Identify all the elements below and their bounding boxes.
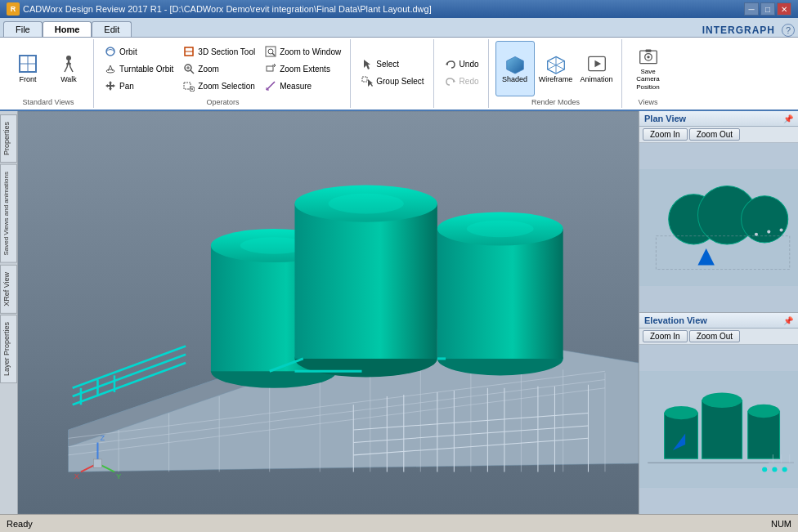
shaded-button[interactable]: Shaded [495, 41, 535, 96]
walk-button[interactable]: Walk [49, 41, 88, 96]
maximize-button[interactable]: □ [760, 2, 775, 16]
group-render-modes-content: Shaded Wireframe [495, 41, 616, 96]
undo-button[interactable]: Undo [441, 56, 483, 73]
ribbon-tabs: File Home Edit INTERGRAPH ? [0, 18, 798, 38]
svg-rect-30 [645, 49, 651, 51]
front-button[interactable]: Front [8, 41, 47, 96]
tab-home[interactable]: Home [43, 21, 92, 37]
tab-file[interactable]: File [3, 21, 43, 37]
svg-line-18 [272, 53, 275, 56]
help-icon[interactable]: ? [782, 24, 795, 37]
measure-button[interactable]: Measure [261, 78, 345, 94]
elevation-zoom-in-button[interactable]: Zoom In [643, 330, 688, 342]
sidebar-tab-xref[interactable]: XRef View [0, 265, 17, 314]
svg-point-103 [702, 393, 742, 408]
svg-point-112 [772, 467, 777, 472]
elevation-view-title: Elevation View [644, 315, 707, 325]
select-col: Select Group Select [357, 56, 428, 90]
elevation-view-toolbar: Zoom In Zoom Out [639, 329, 798, 345]
group-select-button[interactable]: Group Select [357, 74, 428, 90]
wireframe-button[interactable]: Wireframe [536, 41, 576, 96]
elevation-zoom-out-button[interactable]: Zoom Out [689, 330, 740, 342]
operators-col1: Orbit Turntable Orbit Pan [101, 43, 177, 94]
svg-point-31 [647, 56, 649, 58]
close-button[interactable]: ✕ [777, 2, 791, 16]
left-sidebar: Properties Saved Views and animations XR… [0, 111, 18, 514]
select-button[interactable]: Select [357, 56, 428, 73]
status-text: Ready [7, 519, 33, 529]
pan-icon [105, 80, 116, 92]
svg-text:Z: Z [101, 434, 105, 442]
svg-rect-104 [748, 411, 780, 458]
group-operators-label: Operators [207, 98, 240, 106]
orbit-icon [105, 46, 116, 57]
svg-point-93 [742, 196, 788, 243]
undo-redo-col: Undo Redo [441, 56, 483, 90]
undo-icon [445, 59, 456, 70]
svg-rect-60 [294, 203, 437, 359]
svg-text:X: X [74, 472, 79, 481]
plan-zoom-in-button[interactable]: Zoom In [643, 128, 688, 141]
zoom-extents-button[interactable]: Zoom Extents [261, 60, 345, 77]
3d-section-tool-button[interactable]: 3D Section Tool [179, 43, 259, 60]
redo-button[interactable]: Redo [441, 74, 483, 90]
elevation-view-header: Elevation View 📌 [639, 313, 798, 329]
title-bar: R CADWorx Design Review 2017 R1 - [D:\CA… [0, 0, 798, 18]
orbit-button[interactable]: Orbit [101, 43, 177, 60]
intergraph-logo: INTERGRAPH [702, 25, 775, 36]
3d-viewport[interactable]: X Y Z [18, 111, 639, 514]
elevation-view-canvas[interactable] [639, 345, 798, 514]
elevation-view-svg [639, 345, 798, 514]
elevation-view-pin-icon: 📌 [783, 316, 793, 325]
group-render-modes: Shaded Wireframe [491, 39, 622, 108]
group-views: Save CameraPosition Views [624, 39, 673, 108]
plan-view-pin-icon: 📌 [783, 114, 793, 123]
status-bar: Ready NUM [0, 514, 798, 532]
group-undo-redo: Undo Redo [436, 39, 489, 108]
operators-col3: Zoom to Window Zoom Extents Measure [261, 43, 345, 94]
group-select: Select Group Select [352, 39, 433, 108]
zoom-to-window-button[interactable]: Zoom to Window [261, 43, 345, 60]
svg-point-96 [767, 230, 770, 234]
group-undo-redo-content: Undo Redo [441, 41, 483, 105]
sidebar-tab-saved-views[interactable]: Saved Views and animations [0, 164, 17, 263]
sidebar-tab-layer[interactable]: Layer Properties [0, 315, 17, 383]
minimize-button[interactable]: ─ [744, 2, 759, 16]
svg-point-4 [106, 47, 114, 56]
svg-point-113 [782, 467, 787, 472]
svg-rect-64 [437, 229, 563, 359]
wireframe-icon [546, 54, 566, 74]
title-bar-left: R CADWorx Design Review 2017 R1 - [D:\CA… [7, 2, 432, 16]
zoom-to-window-icon [265, 46, 276, 57]
animation-button[interactable]: Animation [577, 41, 616, 96]
plan-view-panel: Plan View 📌 Zoom In Zoom Out [639, 111, 798, 313]
3d-section-icon [183, 46, 195, 57]
group-standard-views-content: Front Walk [8, 41, 88, 96]
group-views-label: Views [639, 98, 658, 106]
tab-edit[interactable]: Edit [92, 21, 132, 37]
zoom-selection-button[interactable]: Zoom Selection [179, 78, 259, 94]
group-select-content: Select Group Select [357, 41, 428, 105]
zoom-icon [183, 63, 195, 74]
plan-view-title: Plan View [644, 114, 686, 123]
app-icon: R [7, 2, 20, 16]
svg-point-97 [780, 229, 783, 232]
svg-rect-100 [665, 413, 698, 458]
zoom-button[interactable]: Zoom [179, 60, 259, 77]
sidebar-tab-properties[interactable]: Properties [0, 114, 17, 163]
elevation-view-panel: Elevation View 📌 Zoom In Zoom Out [639, 313, 798, 514]
measure-icon [265, 80, 276, 92]
save-camera-position-button[interactable]: Save CameraPosition [629, 41, 668, 96]
svg-point-111 [762, 467, 767, 472]
turntable-orbit-button[interactable]: Turntable Orbit [101, 60, 177, 77]
select-icon [361, 59, 373, 70]
plan-view-header: Plan View 📌 [639, 111, 798, 127]
svg-point-5 [106, 69, 114, 73]
zoom-selection-icon [183, 80, 195, 92]
plan-zoom-out-button[interactable]: Zoom Out [689, 128, 740, 141]
svg-rect-23 [362, 77, 367, 82]
plan-view-canvas[interactable] [639, 143, 798, 312]
svg-point-62 [329, 194, 404, 214]
zoom-extents-icon [265, 63, 276, 74]
pan-button[interactable]: Pan [101, 78, 177, 94]
